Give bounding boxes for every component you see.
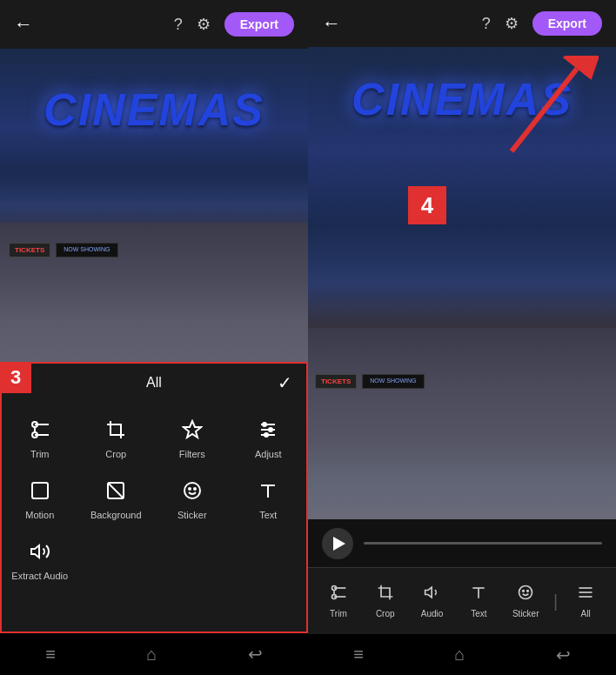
right-video-signs: TICKETS NOW SHOWING: [315, 374, 425, 389]
trim-label: Trim: [30, 449, 50, 459]
tool-text[interactable]: Text: [231, 470, 307, 531]
toolbar-text-label: Text: [471, 609, 486, 618]
toolbar-trim-icon: [330, 584, 347, 605]
tool-motion[interactable]: Motion: [2, 470, 78, 531]
left-nav-home-icon[interactable]: ⌂: [146, 645, 157, 665]
red-arrow-svg: [494, 56, 599, 160]
left-top-bar-left: ←: [14, 13, 33, 36]
toolbar-sticker-icon: [517, 584, 534, 605]
right-bottom-nav: ≡ ⌂ ↩: [308, 634, 616, 675]
tool-adjust[interactable]: Adjust: [231, 409, 307, 470]
text-icon: [258, 480, 278, 505]
tool-extract-audio[interactable]: Extract Audio: [2, 531, 78, 591]
left-top-bar: ← ? ⚙ Export: [0, 0, 308, 49]
toolbar-all[interactable]: All: [566, 584, 605, 618]
back-icon[interactable]: ←: [14, 13, 33, 36]
svg-line-14: [108, 483, 124, 498]
svg-line-22: [512, 69, 577, 151]
toolbar-sticker-label: Sticker: [512, 609, 539, 618]
toolbar-crop-label: Crop: [376, 609, 395, 618]
sticker-icon: [182, 480, 203, 505]
svg-point-11: [264, 433, 268, 437]
left-top-bar-icons: ? ⚙ Export: [174, 12, 294, 37]
play-button[interactable]: [322, 528, 353, 559]
tool-sticker[interactable]: Sticker: [154, 470, 231, 531]
background-label: Background: [90, 510, 142, 520]
tools-panel: 3 All ✓ Trim: [0, 362, 308, 633]
background-icon: [105, 480, 126, 505]
svg-point-17: [194, 488, 196, 490]
right-top-bar: ← ? ⚙ Export: [308, 0, 616, 47]
toolbar-divider: |: [553, 591, 558, 612]
svg-marker-20: [31, 545, 39, 558]
right-tickets-sign: TICKETS: [315, 374, 357, 389]
tools-header-title: All: [146, 375, 162, 391]
tools-grid: Trim Crop Filters: [2, 402, 306, 598]
export-button[interactable]: Export: [224, 12, 294, 37]
play-triangle-icon: [333, 537, 345, 551]
toolbar-crop-icon: [377, 584, 394, 605]
svg-point-33: [527, 591, 529, 592]
play-bar: [308, 519, 616, 566]
left-video-bg: CINEMAS TICKETS NOW SHOWING: [0, 49, 308, 362]
right-video-preview: 4 CINEMAS TICKETS NOW SHOWING: [308, 47, 616, 519]
right-nav-home-icon[interactable]: ⌂: [454, 645, 465, 665]
motion-icon: [30, 480, 50, 505]
right-video-lower: [308, 328, 616, 519]
tool-trim[interactable]: Trim: [2, 409, 78, 470]
toolbar-all-label: All: [581, 609, 591, 618]
left-video-preview: CINEMAS TICKETS NOW SHOWING: [0, 49, 308, 362]
timeline-bar[interactable]: [364, 542, 602, 545]
tool-background[interactable]: Background: [78, 470, 155, 531]
right-top-bar-icons: ? ⚙ Export: [482, 11, 602, 36]
right-bottom-toolbar: Trim Crop Audio: [308, 567, 616, 635]
svg-rect-12: [32, 483, 48, 498]
step-badge-4: 4: [408, 186, 446, 224]
toolbar-text-icon: [470, 584, 487, 605]
svg-point-31: [519, 586, 532, 599]
filters-icon: [182, 419, 203, 444]
left-video-signs: TICKETS NOW SHOWING: [9, 243, 118, 257]
step-badge-3: 3: [0, 362, 31, 393]
svg-marker-28: [425, 587, 432, 598]
svg-point-16: [189, 488, 191, 490]
left-cinemas-text: CINEMAS: [44, 84, 264, 136]
help-icon[interactable]: ?: [174, 16, 183, 34]
tools-header: All ✓: [2, 364, 306, 402]
right-top-bar-left: ←: [322, 12, 341, 35]
right-help-icon[interactable]: ?: [482, 15, 491, 33]
right-now-showing-sign: NOW SHOWING: [362, 374, 424, 389]
right-nav-menu-icon[interactable]: ≡: [353, 645, 364, 665]
svg-point-9: [263, 423, 266, 426]
toolbar-trim-label: Trim: [330, 609, 347, 618]
svg-point-15: [184, 483, 200, 498]
right-export-button[interactable]: Export: [532, 11, 602, 36]
toolbar-sticker[interactable]: Sticker: [506, 584, 545, 618]
toolbar-crop[interactable]: Crop: [366, 584, 405, 618]
toolbar-audio-label: Audio: [421, 609, 444, 618]
crop-label: Crop: [105, 449, 126, 459]
left-bottom-nav: ≡ ⌂ ↩: [0, 633, 308, 675]
svg-marker-5: [184, 421, 201, 438]
tool-crop[interactable]: Crop: [78, 409, 155, 470]
tickets-sign: TICKETS: [9, 243, 50, 257]
tool-filters[interactable]: Filters: [154, 409, 231, 470]
svg-point-32: [523, 591, 525, 592]
toolbar-trim[interactable]: Trim: [319, 584, 358, 618]
adjust-icon: [258, 419, 278, 444]
toolbar-all-icon: [577, 584, 594, 605]
toolbar-audio-icon: [424, 584, 441, 605]
filters-label: Filters: [179, 449, 205, 459]
sticker-label: Sticker: [177, 510, 207, 520]
right-nav-back-icon[interactable]: ↩: [556, 645, 571, 665]
toolbar-audio[interactable]: Audio: [413, 584, 452, 618]
check-icon[interactable]: ✓: [278, 372, 292, 393]
adjust-label: Adjust: [255, 449, 282, 459]
text-label: Text: [259, 510, 277, 520]
left-nav-back-icon[interactable]: ↩: [248, 644, 263, 665]
right-back-icon[interactable]: ←: [322, 12, 341, 35]
settings-icon[interactable]: ⚙: [197, 15, 211, 34]
toolbar-text[interactable]: Text: [459, 584, 498, 618]
left-nav-menu-icon[interactable]: ≡: [45, 645, 56, 665]
right-settings-icon[interactable]: ⚙: [505, 14, 519, 33]
